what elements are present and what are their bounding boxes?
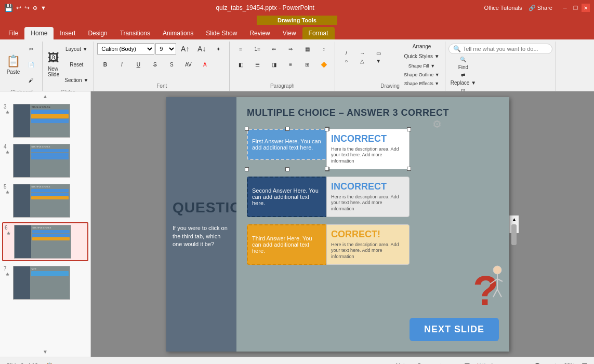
share-btn[interactable]: 🔗 Share (529, 5, 552, 11)
shape-rect[interactable]: ▭ (371, 50, 386, 57)
slide-thumb-3-img[interactable]: TRUE or FALSE (13, 104, 70, 138)
tab-design[interactable]: Design (82, 27, 113, 39)
slide-thumb-7-img[interactable]: QUIZ (13, 266, 70, 300)
right-scrollbar[interactable]: ▲ ▼ (509, 215, 519, 233)
increase-font-btn[interactable]: A↑ (177, 42, 193, 56)
undo-icon[interactable]: ↩ (16, 4, 21, 11)
answer-box-2[interactable]: Second Answer Here. You can add addition… (247, 177, 327, 217)
answer-row-1[interactable]: First Answer Here. You can add additiona… (247, 129, 499, 169)
slide-thumb-4[interactable]: 4 ★ MULTIPLE CHOICE (2, 142, 88, 179)
tab-format[interactable]: Format (302, 27, 335, 39)
normal-view-btn[interactable]: ▭ (451, 361, 458, 365)
font-size-selector[interactable]: 9 (155, 43, 176, 55)
close-btn[interactable]: ✕ (582, 4, 590, 12)
shape-more[interactable]: ▼ (371, 58, 386, 65)
align-center-btn[interactable]: ☰ (249, 57, 265, 72)
quick-styles-button[interactable]: Quick Styles ▼ (402, 51, 441, 61)
numbering-btn[interactable]: 1≡ (249, 42, 265, 56)
zoom-level[interactable]: 68% (560, 362, 575, 365)
bullets-btn[interactable]: ≡ (233, 42, 248, 56)
format-painter-button[interactable]: 🖌 (23, 73, 39, 87)
answer-row-2[interactable]: Second Answer Here. You can add addition… (247, 177, 499, 217)
answer-row-3[interactable]: Third Answer Here. You can add additiona… (247, 224, 499, 265)
answer-box-1[interactable]: First Answer Here. You can add additiona… (247, 129, 327, 160)
tab-home[interactable]: Home (24, 27, 54, 39)
minimize-btn[interactable]: ─ (561, 4, 569, 12)
recover-icon[interactable]: ⊕ (33, 5, 37, 11)
customize-icon[interactable]: ▼ (41, 5, 46, 11)
result-box-1[interactable]: INCORRECT Here is the description area. … (326, 129, 410, 169)
decrease-font-btn[interactable]: A↓ (194, 42, 209, 56)
smartart-btn[interactable]: 🔶 (316, 57, 332, 72)
shape-effects-button[interactable]: Shape Effects ▼ (402, 79, 441, 88)
italic-btn[interactable]: I (114, 57, 129, 72)
underline-btn[interactable]: U (130, 57, 146, 72)
reset-button[interactable]: Reset (62, 57, 90, 72)
slide-thumb-4-img[interactable]: MULTIPLE CHOICE (13, 144, 70, 178)
shape-circle[interactable]: ○ (338, 58, 354, 65)
tab-review[interactable]: Review (243, 27, 276, 39)
replace-button[interactable]: ⇄Replace ▼ (448, 72, 478, 86)
scroll-up-canvas[interactable]: ▲ (511, 215, 518, 223)
tab-slideshow[interactable]: Slide Show (200, 27, 243, 39)
cut-button[interactable]: ✂ (23, 42, 39, 56)
align-right-btn[interactable]: ◨ (266, 57, 282, 72)
comments-button[interactable]: Comments (417, 362, 444, 365)
columns-btn[interactable]: ▦ (299, 42, 315, 56)
scroll-up-btn[interactable]: ▲ (2, 93, 88, 99)
section-button[interactable]: Section ▼ (62, 73, 90, 87)
notes-button[interactable]: Notes (396, 362, 411, 365)
font-selector[interactable]: Calibri (Body) (97, 43, 154, 55)
find-button[interactable]: 🔍Find (448, 56, 478, 71)
new-slide-button[interactable]: 🖼 NewSlide (46, 49, 61, 80)
tab-insert[interactable]: Insert (54, 27, 82, 39)
tab-file[interactable]: File (2, 27, 24, 39)
slide-thumb-6-img[interactable]: MULTIPLE CHOICE (14, 225, 71, 259)
copy-button[interactable]: 📄 (23, 57, 39, 72)
result-box-2[interactable]: INCORRECT Here is the description area. … (326, 177, 410, 217)
fit-slide-btn[interactable]: ⊡ (582, 361, 588, 365)
scroll-thumb[interactable] (511, 224, 517, 245)
zoom-out-btn[interactable]: − (504, 361, 508, 365)
redo-icon[interactable]: ↪ (24, 4, 30, 11)
increase-indent-btn[interactable]: ⇒ (283, 42, 298, 56)
next-slide-button[interactable]: NEXT SLIDE (410, 318, 499, 341)
shape-triangle[interactable]: △ (354, 58, 370, 65)
slide-thumb-7[interactable]: 7 ★ QUIZ (2, 264, 88, 301)
slide-thumb-5[interactable]: 5 ★ MULTIPLE CHOICE (2, 182, 88, 219)
slide-thumb-3[interactable]: 3 ★ TRUE or FALSE (2, 102, 88, 139)
justify-btn[interactable]: ≡ (283, 57, 298, 72)
restore-btn[interactable]: ❐ (571, 4, 579, 12)
linespacing-btn[interactable]: ↕ (316, 42, 332, 56)
answer-box-3[interactable]: Third Answer Here. You can add additiona… (247, 224, 327, 265)
save-icon[interactable]: 💾 (4, 4, 13, 12)
zoom-in-btn[interactable]: + (553, 361, 558, 365)
shape-outline-button[interactable]: Shape Outline ▼ (402, 71, 441, 79)
slide-sorter-btn[interactable]: ⊞ (464, 361, 470, 365)
charspacing-btn[interactable]: AV (180, 57, 196, 72)
shape-line[interactable]: / (338, 50, 354, 57)
tab-transitions[interactable]: Transitions (114, 27, 156, 39)
paste-button[interactable]: 📋 Paste (4, 49, 22, 80)
tell-me-box[interactable]: 🔍 (448, 44, 552, 54)
office-tutorials[interactable]: Office Tutorials (484, 5, 522, 11)
align-left-btn[interactable]: ◧ (233, 57, 248, 72)
tab-animations[interactable]: Animations (156, 27, 200, 39)
slideshow-btn[interactable]: ▷ (492, 361, 497, 365)
tab-view[interactable]: View (276, 27, 302, 39)
scroll-down-btn[interactable]: ▼ (2, 349, 88, 355)
textalign-btn[interactable]: ⊞ (299, 57, 315, 72)
slide-thumb-6[interactable]: 6 ★ MULTIPLE CHOICE (2, 222, 88, 261)
strikethrough-btn[interactable]: S (147, 57, 163, 72)
bold-btn[interactable]: B (97, 57, 113, 72)
fontcolor-btn[interactable]: A (197, 57, 213, 72)
shadow-btn[interactable]: S (164, 57, 179, 72)
arrange-button[interactable]: Arrange (402, 42, 441, 51)
shape-fill-button[interactable]: Shape Fill ▼ (402, 62, 441, 70)
result-box-3[interactable]: CORRECT! Here is the description area. A… (326, 224, 410, 265)
tell-me-input[interactable] (463, 46, 546, 52)
clear-format-btn[interactable]: ✦ (210, 42, 226, 56)
shape-arrow[interactable]: → (354, 50, 370, 57)
decrease-indent-btn[interactable]: ⇐ (266, 42, 282, 56)
slide-thumb-5-img[interactable]: MULTIPLE CHOICE (13, 184, 70, 218)
